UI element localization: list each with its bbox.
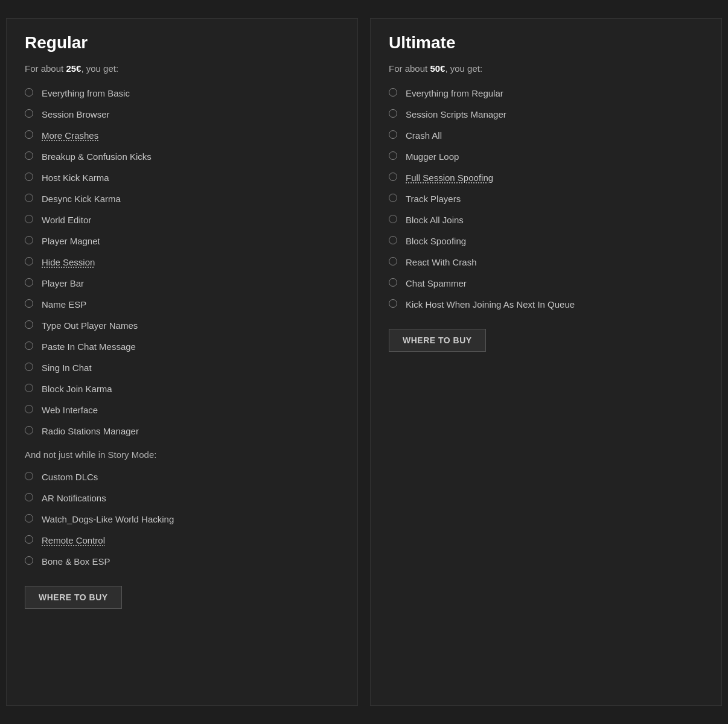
list-item: Watch_Dogs-Like World Hacking <box>25 513 339 526</box>
bullet-icon <box>389 88 397 97</box>
bullet-icon <box>25 514 33 522</box>
regular-feature-list: Everything from BasicSession BrowserMore… <box>25 87 339 437</box>
list-item: Kick Host When Joining As Next In Queue <box>389 298 703 311</box>
list-item: Session Scripts Manager <box>389 108 703 121</box>
regular-plan-column: Regular For about 25€, you get: Everythi… <box>6 18 358 706</box>
ultimate-price-suffix: , you get: <box>445 63 482 74</box>
bullet-icon <box>389 236 397 244</box>
bullet-icon <box>25 535 33 544</box>
list-item: Block Join Karma <box>25 383 339 395</box>
list-item: Breakup & Confusion Kicks <box>25 150 339 163</box>
list-item: Track Players <box>389 192 703 205</box>
feature-text: AR Notifications <box>42 492 106 504</box>
feature-text: Type Out Player Names <box>42 319 138 332</box>
feature-text: Mugger Loop <box>406 150 459 163</box>
ultimate-price-value: 50€ <box>430 63 445 74</box>
regular-price-suffix: , you get: <box>81 63 118 74</box>
bullet-icon <box>25 405 33 413</box>
feature-text: Sing In Chat <box>42 361 92 374</box>
ultimate-feature-list: Everything from RegularSession Scripts M… <box>389 87 703 311</box>
bullet-icon <box>25 130 33 139</box>
feature-text: Track Players <box>406 192 461 205</box>
regular-extra-feature-list: Custom DLCsAR NotificationsWatch_Dogs-Li… <box>25 471 339 568</box>
feature-text: Full Session Spoofing <box>406 171 493 184</box>
list-item: Mugger Loop <box>389 150 703 163</box>
bullet-icon <box>25 215 33 223</box>
bullet-icon <box>25 173 33 181</box>
list-item: Type Out Player Names <box>25 319 339 332</box>
feature-text: Crash All <box>406 129 442 142</box>
ultimate-plan-price: For about 50€, you get: <box>389 63 703 74</box>
bullet-icon <box>25 320 33 329</box>
list-item: Host Kick Karma <box>25 171 339 184</box>
feature-text: Player Bar <box>42 277 84 290</box>
bullet-icon <box>25 556 33 565</box>
feature-text: Kick Host When Joining As Next In Queue <box>406 298 575 311</box>
list-item: Full Session Spoofing <box>389 171 703 184</box>
list-item: Web Interface <box>25 404 339 416</box>
list-item: Paste In Chat Message <box>25 340 339 353</box>
bullet-icon <box>389 151 397 160</box>
bullet-icon <box>25 278 33 287</box>
bullet-icon <box>25 426 33 434</box>
bullet-icon <box>25 257 33 265</box>
feature-text: Watch_Dogs-Like World Hacking <box>42 513 174 526</box>
feature-text: World Editor <box>42 214 91 226</box>
feature-text: Web Interface <box>42 404 98 416</box>
list-item: Name ESP <box>25 298 339 311</box>
bullet-icon <box>389 215 397 223</box>
bullet-icon <box>25 194 33 202</box>
feature-text: Everything from Regular <box>406 87 503 100</box>
feature-text: Block Spoofing <box>406 235 466 247</box>
ultimate-plan-column: Ultimate For about 50€, you get: Everyth… <box>370 18 722 706</box>
list-item: Everything from Regular <box>389 87 703 100</box>
list-item: Chat Spammer <box>389 277 703 290</box>
regular-where-to-buy-button[interactable]: WHERE TO BUY <box>25 586 122 609</box>
ultimate-where-to-buy-button[interactable]: WHERE TO BUY <box>389 329 486 352</box>
list-item: Remote Control <box>25 534 339 547</box>
bullet-icon <box>25 363 33 371</box>
bullet-icon <box>25 384 33 392</box>
feature-text: Desync Kick Karma <box>42 192 121 205</box>
feature-text: Session Scripts Manager <box>406 108 506 121</box>
feature-text: Radio Stations Manager <box>42 425 139 437</box>
bullet-icon <box>25 236 33 244</box>
feature-text: Bone & Box ESP <box>42 555 110 568</box>
list-item: More Crashes <box>25 129 339 142</box>
list-item: World Editor <box>25 214 339 226</box>
list-item: Everything from Basic <box>25 87 339 100</box>
bullet-icon <box>25 341 33 350</box>
feature-text: Name ESP <box>42 298 86 311</box>
feature-text: More Crashes <box>42 129 98 142</box>
list-item: Custom DLCs <box>25 471 339 483</box>
bullet-icon <box>389 130 397 139</box>
feature-text: Chat Spammer <box>406 277 467 290</box>
feature-text: Player Magnet <box>42 235 100 247</box>
regular-plan-title: Regular <box>25 33 339 52</box>
bullet-icon <box>389 109 397 118</box>
regular-price-value: 25€ <box>66 63 81 74</box>
bullet-icon <box>389 194 397 202</box>
list-item: Block All Joins <box>389 214 703 226</box>
list-item: Radio Stations Manager <box>25 425 339 437</box>
feature-text: Block Join Karma <box>42 383 112 395</box>
feature-text: Session Browser <box>42 108 110 121</box>
list-item: Sing In Chat <box>25 361 339 374</box>
feature-text: Remote Control <box>42 534 105 547</box>
feature-text: Block All Joins <box>406 214 464 226</box>
feature-text: Custom DLCs <box>42 471 98 483</box>
feature-text: Paste In Chat Message <box>42 340 136 353</box>
regular-price-text: For about <box>25 63 66 74</box>
list-item: Desync Kick Karma <box>25 192 339 205</box>
list-item: Hide Session <box>25 256 339 268</box>
list-item: Block Spoofing <box>389 235 703 247</box>
feature-text: Everything from Basic <box>42 87 130 100</box>
bullet-icon <box>389 173 397 181</box>
feature-text: Breakup & Confusion Kicks <box>42 150 152 163</box>
list-item: Crash All <box>389 129 703 142</box>
list-item: Bone & Box ESP <box>25 555 339 568</box>
ultimate-plan-title: Ultimate <box>389 33 703 52</box>
ultimate-price-text: For about <box>389 63 430 74</box>
feature-text: Hide Session <box>42 256 95 268</box>
bullet-icon <box>25 493 33 501</box>
